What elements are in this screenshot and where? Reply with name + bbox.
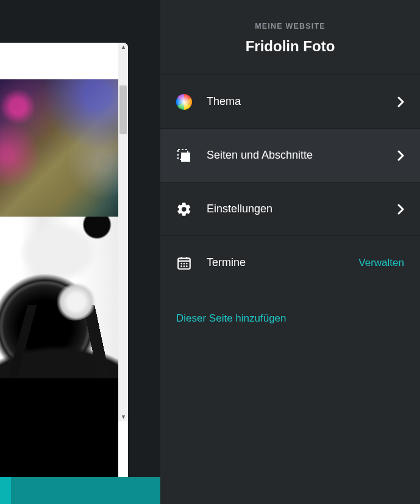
menu-item-label: Seiten und Abschnitte (207, 149, 383, 162)
menu-item-settings[interactable]: Einstellungen (160, 182, 420, 236)
site-title: Fridolin Foto (173, 38, 408, 55)
preview-black-section (0, 378, 118, 482)
gear-icon (176, 201, 192, 217)
svg-rect-2 (181, 153, 190, 162)
manage-link[interactable]: Verwalten (358, 257, 404, 269)
menu-item-appointments[interactable]: Termine Verwalten (160, 236, 420, 289)
svg-point-9 (186, 262, 188, 264)
add-to-page-label: Dieser Seite hinzufügen (176, 312, 287, 324)
chevron-right-icon (397, 150, 404, 161)
preview-scrollbar[interactable]: ▲ ▼ (118, 43, 128, 421)
add-to-page-link[interactable]: Dieser Seite hinzufügen (160, 289, 420, 348)
editor-sidebar: MEINE WEBSITE Fridolin Foto (160, 0, 420, 504)
menu-item-label: Einstellungen (207, 203, 383, 215)
preview-image-photographer-camera (0, 217, 118, 378)
svg-point-7 (180, 262, 182, 264)
website-preview-frame: ▲ ▼ (0, 43, 128, 482)
preview-header-space (0, 43, 118, 79)
svg-point-12 (186, 265, 188, 267)
scroll-down-arrow-icon[interactable]: ▼ (121, 414, 126, 419)
svg-point-11 (183, 265, 185, 267)
preview-content (0, 43, 118, 482)
svg-point-0 (176, 94, 192, 110)
menu-item-theme[interactable]: Thema (160, 74, 420, 128)
menu-item-label: Thema (207, 95, 383, 108)
preview-image-bokeh-lights (0, 79, 118, 217)
color-wheel-icon (176, 94, 192, 110)
menu-item-label: Termine (207, 256, 344, 269)
chevron-right-icon (397, 96, 404, 107)
sidebar-eyebrow: MEINE WEBSITE (173, 22, 408, 31)
svg-point-10 (180, 265, 182, 267)
svg-point-8 (183, 262, 185, 264)
scroll-up-arrow-icon[interactable]: ▲ (121, 45, 126, 49)
calendar-icon (176, 255, 192, 271)
preview-scroll-container: ▲ ▼ (0, 43, 128, 482)
pages-stack-icon (176, 148, 192, 164)
bottom-accent-bar (0, 477, 160, 504)
menu-item-pages-sections[interactable]: Seiten und Abschnitte (160, 128, 420, 182)
chevron-right-icon (397, 204, 404, 215)
sidebar-header: MEINE WEBSITE Fridolin Foto (160, 0, 420, 74)
